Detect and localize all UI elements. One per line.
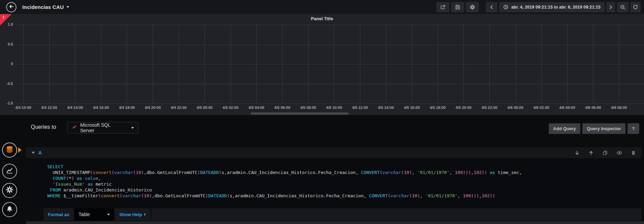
query-footer: Format as Table Show Help (26, 208, 641, 221)
gridline-vertical (567, 25, 568, 103)
gridline-vertical (490, 25, 490, 103)
line-chart-icon (6, 167, 13, 176)
gridline-vertical (412, 25, 412, 103)
panel-settings-button[interactable] (466, 2, 479, 12)
bell-icon (6, 205, 13, 214)
gridline-vertical (23, 25, 24, 103)
move-query-up-button[interactable] (589, 150, 594, 155)
format-as-value: Table (78, 212, 104, 217)
tab-general[interactable] (2, 183, 17, 198)
back-button[interactable] (6, 2, 16, 12)
tab-queries[interactable] (2, 142, 17, 158)
datasource-picker[interactable]: Microsoft SQL Server (67, 122, 138, 134)
format-as-label-segment: Format as (44, 208, 74, 221)
chevron-left-icon (489, 5, 494, 10)
chevron-down-icon (66, 6, 69, 8)
delete-query-trash-button[interactable] (631, 150, 636, 155)
help-button[interactable]: ? (628, 123, 639, 134)
x-axis-tick-label: 4/5 16:00 (399, 105, 424, 110)
chevron-right-icon (608, 5, 613, 10)
query-ref-id[interactable]: A (38, 150, 42, 155)
database-icon (5, 145, 14, 155)
dashboard-title[interactable]: Incidencias CAU (22, 4, 69, 10)
gridline-vertical (49, 25, 50, 103)
gridline-vertical (593, 25, 593, 103)
panel-error-badge: ! (3, 15, 4, 20)
x-axis-tick-label: 4/4 20:00 (140, 105, 165, 110)
chevron-down-icon (131, 127, 134, 129)
y-axis-tick-label: -0.5 (0, 82, 13, 86)
time-forward-button[interactable] (606, 2, 615, 12)
datasource-name: Microsoft SQL Server (80, 122, 125, 133)
x-axis-tick-label: 4/5 20:00 (451, 105, 476, 110)
gridline-vertical (75, 25, 75, 103)
gridline-horizontal (16, 84, 644, 84)
gridline-vertical (438, 25, 438, 103)
add-query-button[interactable]: Add Query (549, 123, 580, 134)
x-axis-tick-label: 4/4 18:00 (114, 105, 139, 110)
tab-alert[interactable] (2, 202, 17, 217)
y-axis-tick-label: 1.0 (0, 22, 13, 26)
chevron-down-icon (107, 214, 110, 215)
gridline-vertical (541, 25, 542, 103)
duplicate-query-button[interactable] (603, 150, 608, 155)
gridline-vertical (360, 25, 360, 103)
graph-panel: ! Panel Title 1.00.50-0.5-1.04/4 10:004/… (0, 14, 644, 115)
save-icon (455, 4, 460, 10)
show-help-segment[interactable]: Show Help (115, 208, 150, 221)
horizontal-scrollbar-thumb[interactable] (251, 112, 349, 115)
x-axis-tick-label: 4/4 12:00 (37, 105, 62, 110)
x-axis-tick-label: 4/4 22:00 (166, 105, 191, 110)
sql-code-line: 'Issues_Num' as metric (47, 181, 638, 187)
x-axis-tick-label: 4/5 14:00 (374, 105, 398, 110)
gridline-vertical (179, 25, 179, 103)
x-axis-tick-label: 4/5 02:00 (218, 105, 243, 110)
sql-code-line: FROM aradmin.CAU_Incidencias_Historico (47, 187, 638, 193)
refresh-button[interactable] (630, 2, 641, 12)
sql-query-editor[interactable]: SELECT UNIX_TIMESTAMP(convert(varchar(10… (26, 158, 641, 208)
gridline-vertical (282, 25, 283, 103)
gridline-vertical (308, 25, 309, 103)
share-button[interactable] (436, 2, 449, 12)
time-range-button[interactable]: abr. 4, 2019 09:21:15 to abr. 6, 2019 09… (499, 2, 605, 12)
gear-icon (470, 4, 475, 10)
refresh-icon (633, 4, 638, 10)
x-axis-tick-label: 4/5 18:00 (425, 105, 450, 110)
query-card-header: A (26, 147, 641, 158)
tab-visualization[interactable] (2, 164, 17, 179)
mssql-datasource-icon (72, 124, 77, 131)
save-button[interactable] (451, 2, 464, 12)
format-as-label: Format as (48, 212, 69, 217)
gridline-vertical (516, 25, 516, 103)
x-axis-tick-label: 4/4 14:00 (63, 105, 87, 110)
x-axis-tick-label: 4/4 16:00 (89, 105, 113, 110)
query-inspector-button[interactable]: Query Inspector (582, 123, 626, 134)
disable-query-eye-button[interactable] (617, 150, 622, 155)
x-axis-tick-label: 4/5 04:00 (244, 105, 269, 110)
x-axis-tick-label: 4/5 10:00 (322, 105, 346, 110)
move-query-down-button[interactable] (574, 150, 580, 155)
x-axis-tick-label: 4/5 06:00 (270, 105, 295, 110)
arrow-left-icon (9, 4, 14, 10)
gear-icon (6, 186, 13, 195)
time-back-button[interactable] (486, 2, 497, 12)
x-axis-tick-label: 4/4 10:00 (11, 105, 36, 110)
x-axis-tick-label: 4/6 06:00 (581, 105, 605, 110)
sql-code-line: SELECT (47, 164, 638, 170)
chart-plot-area[interactable]: 1.00.50-0.5-1.04/4 10:004/4 12:004/4 14:… (0, 14, 644, 115)
gridline-vertical (256, 25, 257, 103)
gridline-vertical (334, 25, 334, 103)
collapse-query-icon[interactable] (32, 152, 35, 154)
gridline-vertical (101, 25, 101, 103)
triangle-right-icon (144, 213, 146, 216)
gridline-horizontal (16, 64, 644, 64)
zoom-out-button[interactable] (617, 2, 629, 12)
clock-icon (503, 4, 508, 10)
gridline-vertical (153, 25, 153, 103)
time-range-text: abr. 4, 2019 09:21:15 to abr. 6, 2019 09… (511, 5, 600, 10)
query-actions (574, 150, 636, 155)
format-as-select[interactable]: Table (75, 208, 114, 221)
x-axis-tick-label: 4/5 00:00 (192, 105, 217, 110)
gridline-vertical (619, 25, 619, 103)
navbar-actions: abr. 4, 2019 09:21:15 to abr. 6, 2019 09… (436, 2, 641, 12)
